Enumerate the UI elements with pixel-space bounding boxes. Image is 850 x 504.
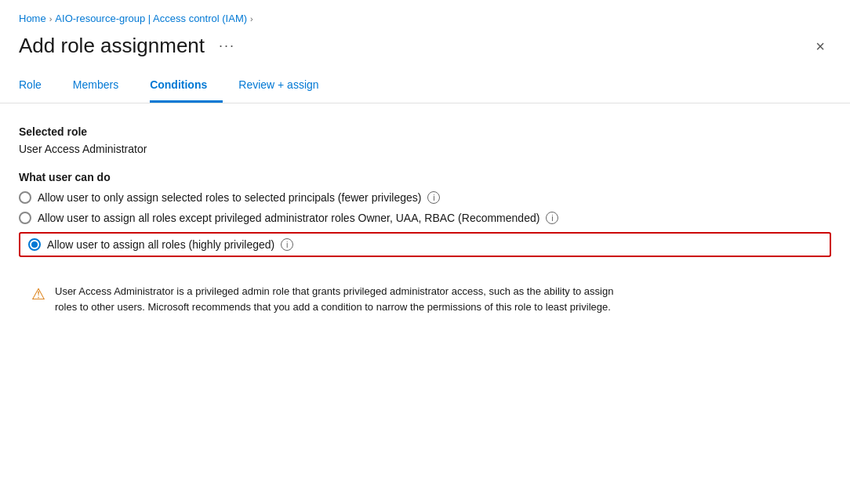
header-row: Add role assignment ··· ×	[0, 31, 850, 71]
info-icon-1[interactable]: i	[427, 191, 440, 204]
breadcrumb-iam[interactable]: AIO-resource-group | Access control (IAM…	[55, 13, 247, 24]
warning-box: ⚠ User Access Administrator is a privile…	[19, 273, 646, 325]
tab-role[interactable]: Role	[19, 71, 57, 103]
radio-option-1[interactable]: Allow user to only assign selected roles…	[19, 191, 831, 204]
radio-group: Allow user to only assign selected roles…	[19, 191, 831, 257]
title-area: Add role assignment ···	[19, 34, 240, 58]
radio-input-1[interactable]	[19, 191, 31, 204]
content-area: Selected role User Access Administrator …	[0, 103, 850, 344]
breadcrumb-chevron-2: ›	[250, 14, 253, 24]
selected-role-label: Selected role	[19, 125, 831, 138]
radio-option-2[interactable]: Allow user to assign all roles except pr…	[19, 212, 831, 224]
radio-input-3[interactable]	[28, 238, 41, 251]
tab-review-assign[interactable]: Review + assign	[238, 71, 334, 103]
info-icon-3[interactable]: i	[281, 238, 293, 251]
radio-input-2[interactable]	[19, 212, 31, 224]
breadcrumb-home[interactable]: Home	[19, 13, 46, 24]
radio-label-2: Allow user to assign all roles except pr…	[38, 212, 539, 224]
breadcrumb: Home › AIO-resource-group | Access contr…	[0, 0, 850, 31]
tab-conditions[interactable]: Conditions	[150, 71, 223, 103]
warning-icon: ⚠	[31, 285, 45, 303]
tabs-container: Role Members Conditions Review + assign	[0, 71, 850, 103]
close-button[interactable]: ×	[809, 35, 831, 57]
radio-option-3[interactable]: Allow user to assign all roles (highly p…	[19, 232, 831, 257]
what-user-label: What user can do	[19, 171, 831, 183]
ellipsis-button[interactable]: ···	[214, 36, 240, 56]
info-icon-2[interactable]: i	[546, 212, 558, 224]
page-title: Add role assignment	[19, 34, 205, 58]
radio-label-3: Allow user to assign all roles (highly p…	[47, 238, 274, 251]
breadcrumb-chevron-1: ›	[49, 14, 53, 24]
selected-role-value: User Access Administrator	[19, 143, 831, 155]
panel: Home › AIO-resource-group | Access contr…	[0, 0, 850, 504]
radio-label-1: Allow user to only assign selected roles…	[38, 191, 421, 204]
warning-text: User Access Administrator is a privilege…	[55, 284, 634, 314]
tab-members[interactable]: Members	[73, 71, 134, 103]
